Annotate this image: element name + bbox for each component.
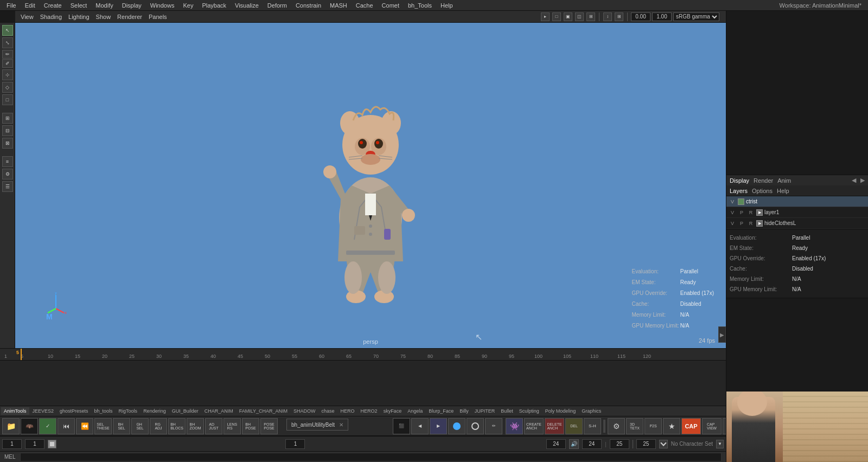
panel-panels[interactable]: Panels [145,12,170,21]
tab-animtools[interactable]: AnimTools [1,407,29,415]
layers-tab[interactable]: Layers [730,188,748,194]
menu-visualize[interactable]: Visualize [231,1,263,10]
icon-pac[interactable]: 👾 [506,418,523,434]
menu-edit[interactable]: Edit [21,1,40,10]
panel-show[interactable]: Show [93,12,114,21]
options-tab[interactable]: Options [752,188,773,194]
tab-polymodel[interactable]: Poly Modeling [542,407,579,415]
tool-11[interactable]: ≡ [2,156,13,167]
tool-6[interactable]: ◇ [2,82,13,93]
playback-icon-1[interactable]: ⬛ [393,418,410,434]
tab-blurp[interactable]: Blurp_Face [426,407,456,415]
panel-renderer[interactable]: Renderer [114,12,145,21]
playback-icon-circle[interactable] [467,418,484,434]
icon-pos[interactable]: ADJUST [205,418,222,434]
toolbar-btn-4[interactable]: ◫ [575,12,584,21]
icon-green1[interactable]: ✓ [39,418,56,434]
icon-create[interactable]: CREATEANCH [524,418,544,434]
icon-view[interactable]: CAPVIEW [702,418,722,434]
panel-view[interactable]: View [17,12,37,21]
tool-8[interactable]: ⊞ [2,113,13,124]
tab-billy[interactable]: Billy [457,407,471,415]
tab-jeeves[interactable]: JEEVES2 [30,407,57,415]
menu-key[interactable]: Key [178,1,197,10]
icon-del[interactable]: DELETEANCH [545,418,564,434]
tool-9[interactable]: ⊟ [2,125,13,136]
icon-select[interactable]: BHSEL [113,418,130,434]
icon-batman[interactable]: 🦇 [21,418,38,434]
menu-playback[interactable]: Playback [197,1,231,10]
icon-select2[interactable]: GHSEL [131,418,149,434]
cap-badge[interactable]: CAP [681,418,701,434]
icon-adj1[interactable]: RGADJ [150,418,167,434]
menu-file[interactable]: File [2,1,21,10]
anim-tab[interactable]: Anim [777,177,791,184]
menu-display[interactable]: Display [118,1,146,10]
menu-modify[interactable]: Modify [91,1,117,10]
icon-cam[interactable]: 📷 [723,418,726,434]
icon-sel-these[interactable]: SELTHESE [94,418,112,434]
tool-10[interactable]: ⊠ [2,138,13,149]
panel-shading[interactable]: Shading [37,12,65,21]
tab-skyface[interactable]: skyFace [381,407,405,415]
fps-input[interactable] [546,439,566,449]
tool-3[interactable]: ✏ [2,50,13,59]
frame-start-input[interactable] [2,439,22,449]
tab-jupiter[interactable]: JUPITER [472,407,498,415]
panel-arrow-left[interactable]: ◀ [852,177,856,184]
tab-chase[interactable]: chase [319,407,337,415]
icon-del-btn[interactable]: DEL [565,418,583,434]
menu-comet[interactable]: Comet [378,1,404,10]
toolbar-btn-7[interactable]: ⊞ [615,12,623,21]
panel-arrow-right[interactable]: ▶ [860,177,865,184]
toolbar-btn-2[interactable]: □ [552,12,561,21]
layer-row-layer1[interactable]: V P R ▶ layer1 [726,207,868,218]
playback-icon-play[interactable]: ▶ [430,418,447,434]
toolbar-btn-3[interactable]: ▣ [564,12,572,21]
playback-icon-pen[interactable]: ✏ [485,418,502,434]
help-tab[interactable]: Help [777,188,789,194]
tool-12[interactable]: ⚙ [2,169,13,179]
tab-graphics[interactable]: Graphics [579,407,604,415]
tab-hero[interactable]: HERO [338,407,358,415]
render-tab[interactable]: Render [754,177,773,184]
icon-pose2[interactable]: POSEPOSE [260,418,278,434]
toolbar-val2[interactable] [652,12,672,21]
layer-v-check[interactable]: V [729,199,736,204]
tab-familychar[interactable]: FAMILY_CHAR_ANIM [237,407,290,415]
menu-help[interactable]: Help [436,1,457,10]
panel-collapse-arrow[interactable]: ▶ [718,326,726,343]
menu-windows[interactable]: Windows [146,1,179,10]
icon-pos2[interactable]: LENSRS [224,418,241,434]
timeline-ruler[interactable]: 1 5 10 15 20 25 30 35 40 45 50 55 60 65 … [0,349,726,361]
frame-end-input[interactable] [285,439,305,449]
playback-icon-record[interactable] [448,418,465,434]
tool-5[interactable]: ⊹ [2,69,13,80]
tab-rendering[interactable]: Rendering [141,407,169,415]
icon-prev2[interactable]: ⏪ [76,418,93,434]
frame-end2[interactable] [636,439,656,449]
tab-angela[interactable]: Angela [405,407,425,415]
menu-bhtools[interactable]: bh_Tools [404,1,436,10]
icon-prev[interactable]: ⏮ [58,418,75,434]
icon-adj2[interactable]: BHBLOCS [168,418,186,434]
gamma-select[interactable]: sRGB gamma [673,12,719,21]
playback-icon-prev[interactable]: ◀ [411,418,429,434]
tool-2[interactable]: ⤡ [2,37,13,48]
tab-hero2[interactable]: HERO2 [358,407,380,415]
menu-create[interactable]: Create [40,1,66,10]
panel-lighting[interactable]: Lighting [65,12,93,21]
icon-p2[interactable]: 3DTETX [626,418,643,434]
layer-row-ctrist[interactable]: V ctrist [726,196,868,207]
toolbar-btn-6[interactable]: ↕ [603,12,612,21]
tab-shadow[interactable]: SHADOW [291,407,318,415]
icon-sh[interactable]: S-H [584,418,601,434]
menu-mash[interactable]: MASH [326,1,352,10]
frame-playend[interactable] [610,439,629,449]
tab-ghost[interactable]: ghostPresets [57,407,91,415]
menu-cache[interactable]: Cache [352,1,378,10]
viewport[interactable]: ↖ Evaluation:Parallel EM State:Ready GPU… [15,23,726,348]
tool-4[interactable]: ✐ [2,59,13,68]
tab-charanim[interactable]: CHAR_ANIM [202,407,236,415]
tool-7[interactable]: □ [2,94,13,105]
